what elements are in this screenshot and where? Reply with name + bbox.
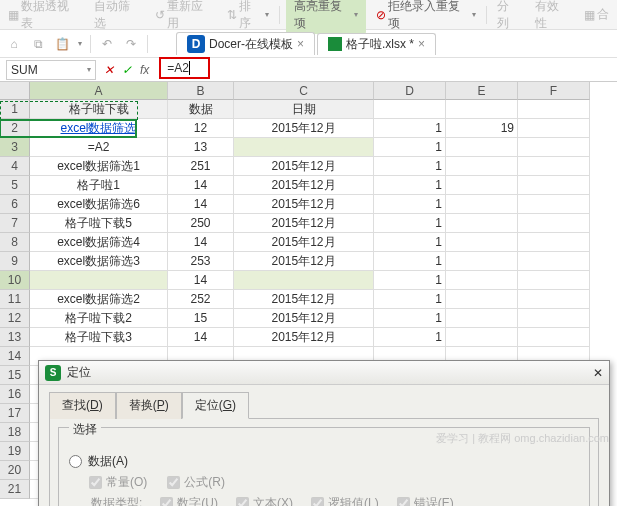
cell[interactable] — [234, 271, 374, 290]
cell[interactable]: 14 — [168, 328, 234, 347]
close-tab-icon[interactable]: × — [297, 37, 304, 51]
cell[interactable]: 253 — [168, 252, 234, 271]
qat-redo-icon[interactable]: ↷ — [123, 36, 139, 52]
cell[interactable]: 2015年12月 — [234, 233, 374, 252]
cell[interactable] — [518, 100, 590, 119]
row-header[interactable]: 18 — [0, 423, 30, 442]
cell[interactable]: 252 — [168, 290, 234, 309]
tab-docer[interactable]: D Docer-在线模板 × — [176, 32, 315, 55]
cell[interactable] — [446, 157, 518, 176]
split-col-btn[interactable]: 分列 — [493, 0, 525, 34]
cell[interactable]: 2015年12月 — [234, 214, 374, 233]
header-cell[interactable]: 日期 — [234, 100, 374, 119]
cell[interactable]: 2015年12月 — [234, 157, 374, 176]
cell[interactable]: 12 — [168, 119, 234, 138]
cell[interactable]: 1 — [374, 252, 446, 271]
cell[interactable]: 格子啦下载5 — [30, 214, 168, 233]
cell[interactable] — [518, 176, 590, 195]
row-header[interactable]: 5 — [0, 176, 30, 195]
row-header[interactable]: 16 — [0, 385, 30, 404]
qat-copy-icon[interactable]: ⧉ — [30, 36, 46, 52]
row-header[interactable]: 21 — [0, 480, 30, 499]
cell[interactable]: 1 — [374, 195, 446, 214]
cancel-formula-icon[interactable]: ✕ — [104, 63, 114, 77]
cell[interactable]: excel数据筛选3 — [30, 252, 168, 271]
row-header[interactable]: 20 — [0, 461, 30, 480]
row-header[interactable]: 12 — [0, 309, 30, 328]
cell[interactable]: excel数据筛选6 — [30, 195, 168, 214]
row-header[interactable]: 14 — [0, 347, 30, 366]
cell[interactable] — [518, 233, 590, 252]
sort-btn[interactable]: ⇅排序▾ — [223, 0, 272, 34]
qat-home-icon[interactable]: ⌂ — [6, 36, 22, 52]
row-header[interactable]: 10 — [0, 271, 30, 290]
validity-btn[interactable]: 有效性 — [531, 0, 574, 34]
cell[interactable]: 2015年12月 — [234, 252, 374, 271]
cell[interactable]: 19 — [446, 119, 518, 138]
cell[interactable]: 14 — [168, 271, 234, 290]
row-header[interactable]: 13 — [0, 328, 30, 347]
cell[interactable] — [446, 100, 518, 119]
cell[interactable] — [518, 119, 590, 138]
col-header[interactable]: C — [234, 82, 374, 100]
row-header[interactable]: 9 — [0, 252, 30, 271]
col-header[interactable]: A — [30, 82, 168, 100]
consolidate-btn[interactable]: ▦合 — [580, 4, 613, 25]
cell[interactable]: 1 — [374, 176, 446, 195]
tab-workbook[interactable]: 格子啦.xlsx * × — [317, 33, 436, 55]
fx-icon[interactable]: fx — [140, 63, 149, 77]
dialog-close-icon[interactable]: ✕ — [593, 366, 603, 380]
cell[interactable] — [446, 138, 518, 157]
cell[interactable]: 2015年12月 — [234, 195, 374, 214]
cell[interactable]: 14 — [168, 195, 234, 214]
cell[interactable]: 1 — [374, 233, 446, 252]
cell[interactable] — [446, 214, 518, 233]
cell[interactable]: 格子啦1 — [30, 176, 168, 195]
cell[interactable]: 1 — [374, 119, 446, 138]
cell[interactable]: 1 — [374, 138, 446, 157]
col-header[interactable]: B — [168, 82, 234, 100]
formula-input[interactable]: =A2 — [157, 61, 617, 79]
cell[interactable]: 2015年12月 — [234, 119, 374, 138]
col-header[interactable]: D — [374, 82, 446, 100]
cell[interactable]: =A2 — [30, 138, 168, 157]
row-header[interactable]: 4 — [0, 157, 30, 176]
cell[interactable]: 格子啦下载3 — [30, 328, 168, 347]
cell[interactable]: 1 — [374, 214, 446, 233]
radio-data[interactable] — [69, 455, 82, 468]
cell[interactable] — [518, 252, 590, 271]
row-header[interactable]: 11 — [0, 290, 30, 309]
highlight-dup-btn[interactable]: 高亮重复项▾ — [286, 0, 367, 34]
cell[interactable] — [518, 195, 590, 214]
cell[interactable] — [446, 271, 518, 290]
cell[interactable]: excel数据筛选2 — [30, 290, 168, 309]
col-header[interactable]: F — [518, 82, 590, 100]
cell[interactable]: 1 — [374, 309, 446, 328]
cell[interactable]: 2015年12月 — [234, 309, 374, 328]
cell[interactable] — [446, 309, 518, 328]
header-cell[interactable]: 数据 — [168, 100, 234, 119]
row-header[interactable]: 1 — [0, 100, 30, 119]
pivot-table-btn[interactable]: ▦数据透视表 — [4, 0, 84, 34]
cell[interactable]: 1 — [374, 328, 446, 347]
cell[interactable] — [446, 233, 518, 252]
cell[interactable] — [234, 138, 374, 157]
cell[interactable] — [446, 252, 518, 271]
tab-find[interactable]: 查找(D) — [49, 392, 116, 419]
qat-paste-icon[interactable]: 📋 — [54, 36, 70, 52]
row-header[interactable]: 15 — [0, 366, 30, 385]
cell[interactable] — [518, 271, 590, 290]
cell[interactable] — [518, 214, 590, 233]
cell[interactable] — [518, 290, 590, 309]
cell[interactable]: excel数据筛选 — [30, 119, 168, 138]
row-header[interactable]: 2 — [0, 119, 30, 138]
cell[interactable] — [518, 309, 590, 328]
cell[interactable] — [446, 290, 518, 309]
cell[interactable]: 1 — [374, 290, 446, 309]
name-box[interactable]: SUM▾ — [6, 60, 96, 80]
cell[interactable]: excel数据筛选1 — [30, 157, 168, 176]
col-header[interactable]: E — [446, 82, 518, 100]
cell[interactable] — [446, 176, 518, 195]
cell[interactable]: 14 — [168, 233, 234, 252]
accept-formula-icon[interactable]: ✓ — [122, 63, 132, 77]
